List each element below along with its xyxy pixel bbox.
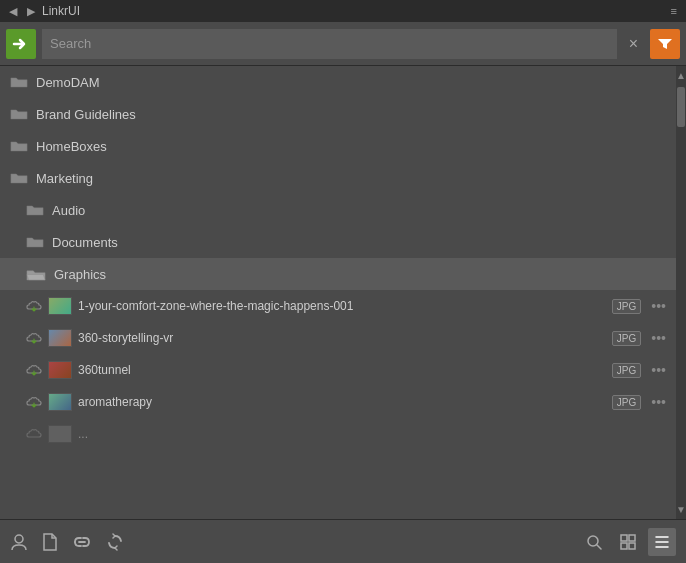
forward-arrow[interactable]: ▶ [24, 4, 38, 19]
cloud-sync-icon [26, 332, 42, 344]
file-thumbnail-3 [48, 361, 72, 379]
file-type-badge-2: JPG [612, 331, 641, 346]
folder-documents[interactable]: Documents [0, 226, 676, 258]
file-thumbnail-4 [48, 393, 72, 411]
grid-view-button[interactable] [614, 528, 642, 556]
cloud-sync-icon [26, 300, 42, 312]
bottom-toolbar [0, 519, 686, 563]
svg-rect-6 [629, 543, 635, 549]
folder-demodam[interactable]: DemoDAM [0, 66, 676, 98]
folder-icon [10, 139, 28, 153]
folder-demodam-label: DemoDAM [36, 75, 666, 90]
folder-open-icon [26, 267, 46, 282]
file-more-button-1[interactable]: ••• [647, 298, 670, 314]
svg-rect-3 [621, 535, 627, 541]
top-bar: × [0, 22, 686, 66]
folder-graphics[interactable]: Graphics [0, 258, 676, 290]
scrollbar[interactable]: ▲ ▼ [676, 66, 686, 519]
svg-point-0 [15, 535, 23, 543]
file-item-5-partial[interactable]: ... [0, 418, 676, 450]
file-item-4[interactable]: aromatherapy JPG ••• [0, 386, 676, 418]
title-bar-left: ◀ ▶ LinkrUI [6, 4, 80, 19]
folder-marketing[interactable]: Marketing [0, 162, 676, 194]
back-arrow[interactable]: ◀ [6, 4, 20, 19]
file-type-badge-1: JPG [612, 299, 641, 314]
folder-icon [10, 75, 28, 89]
svg-rect-4 [629, 535, 635, 541]
folder-marketing-label: Marketing [36, 171, 666, 186]
file-name-5: ... [78, 427, 670, 441]
folder-homeboxes[interactable]: HomeBoxes [0, 130, 676, 162]
app-title: LinkrUI [42, 4, 80, 18]
list-view-button[interactable] [648, 528, 676, 556]
folder-brand-label: Brand Guidelines [36, 107, 666, 122]
file-icon[interactable] [42, 533, 58, 551]
search-input[interactable] [42, 29, 617, 59]
arrow-right-icon [12, 37, 30, 51]
file-item-1[interactable]: 1-your-comfort-zone-where-the-magic-happ… [0, 290, 676, 322]
folder-audio-label: Audio [52, 203, 666, 218]
file-tree[interactable]: DemoDAM Brand Guidelines HomeBoxes [0, 66, 676, 519]
title-bar: ◀ ▶ LinkrUI ≡ [0, 0, 686, 22]
bottom-right-views [580, 528, 676, 556]
folder-icon [10, 107, 28, 121]
file-type-badge-3: JPG [612, 363, 641, 378]
file-name-2: 360-storytelling-vr [78, 331, 606, 345]
cloud-sync-icon [26, 428, 42, 440]
file-thumbnail-5 [48, 425, 72, 443]
scroll-thumb[interactable] [677, 87, 685, 127]
folder-icon [10, 171, 28, 185]
filter-button[interactable] [650, 29, 680, 59]
title-bar-right: ≡ [668, 4, 680, 18]
menu-icon[interactable]: ≡ [668, 4, 680, 18]
zoom-icon [586, 534, 602, 550]
file-type-badge-4: JPG [612, 395, 641, 410]
folder-icon [26, 203, 44, 217]
cloud-sync-icon [26, 396, 42, 408]
link-icon[interactable] [72, 537, 92, 547]
grid-icon [620, 534, 636, 550]
file-thumbnail-2 [48, 329, 72, 347]
folder-graphics-label: Graphics [54, 267, 666, 282]
file-more-button-4[interactable]: ••• [647, 394, 670, 410]
nav-button[interactable] [6, 29, 36, 59]
file-name-4: aromatherapy [78, 395, 606, 409]
file-item-2[interactable]: 360-storytelling-vr JPG ••• [0, 322, 676, 354]
cloud-sync-icon [26, 364, 42, 376]
file-more-button-3[interactable]: ••• [647, 362, 670, 378]
content-area: DemoDAM Brand Guidelines HomeBoxes [0, 66, 686, 519]
search-clear-button[interactable]: × [623, 35, 644, 53]
folder-audio[interactable]: Audio [0, 194, 676, 226]
scroll-up-arrow[interactable]: ▲ [676, 68, 686, 83]
zoom-view-button[interactable] [580, 528, 608, 556]
refresh-icon[interactable] [106, 533, 124, 551]
folder-icon [26, 235, 44, 249]
list-icon [654, 535, 670, 549]
scroll-down-arrow[interactable]: ▼ [676, 502, 686, 517]
main-container: × DemoDAM Brand Guidelines [0, 22, 686, 563]
filter-icon [657, 37, 673, 51]
file-more-button-2[interactable]: ••• [647, 330, 670, 346]
file-name-1: 1-your-comfort-zone-where-the-magic-happ… [78, 299, 606, 313]
svg-line-2 [597, 545, 601, 549]
folder-brand-guidelines[interactable]: Brand Guidelines [0, 98, 676, 130]
bottom-left-actions [10, 533, 124, 551]
folder-documents-label: Documents [52, 235, 666, 250]
svg-rect-5 [621, 543, 627, 549]
file-item-3[interactable]: 360tunnel JPG ••• [0, 354, 676, 386]
folder-homeboxes-label: HomeBoxes [36, 139, 666, 154]
file-name-3: 360tunnel [78, 363, 606, 377]
user-icon[interactable] [10, 533, 28, 551]
file-thumbnail-1 [48, 297, 72, 315]
